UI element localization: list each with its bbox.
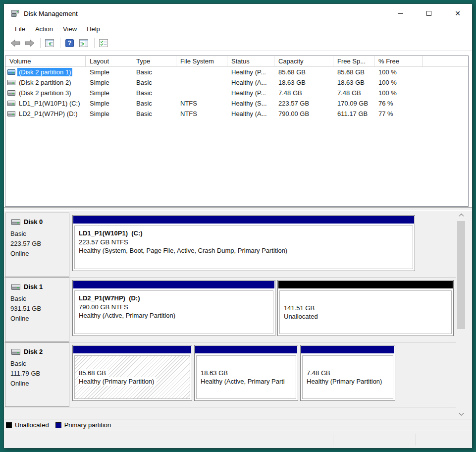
volume-cell: Simple xyxy=(86,98,132,109)
volume-cell-text: 18.63 GB xyxy=(337,79,365,86)
column-header-label: Free Sp... xyxy=(337,57,366,65)
volume-cell-text: NTFS xyxy=(180,100,197,107)
partition-color-strip xyxy=(73,281,274,288)
console-tree-icon xyxy=(45,39,54,47)
partition[interactable]: 18.63 GBHealthy (Active, Primary Parti xyxy=(194,345,298,401)
column-header-type[interactable]: Type xyxy=(132,56,176,66)
forward-button[interactable] xyxy=(23,37,36,49)
volume-cell-text: 18.63 GB xyxy=(278,79,306,86)
partition[interactable]: LD1_P1(W10P1) (C:)223.57 GB NTFSHealthy … xyxy=(72,215,415,271)
column-header-volume[interactable]: Volume xyxy=(5,56,86,66)
volume-cell-text: 100 % xyxy=(378,68,397,76)
vertical-scrollbar[interactable] xyxy=(457,211,466,419)
disk-type: Basic xyxy=(10,229,69,239)
column-header-free-sp[interactable]: Free Sp... xyxy=(333,56,374,66)
menu-view[interactable]: View xyxy=(58,24,82,35)
properties-button[interactable] xyxy=(97,37,110,49)
disk-type: Basic xyxy=(10,359,69,369)
column-header-filler xyxy=(423,56,468,66)
maximize-button[interactable] xyxy=(415,4,443,23)
chevron-up-icon xyxy=(459,214,464,219)
disk-label-disk-2[interactable]: Disk 2Basic111.79 GBOnline xyxy=(5,342,69,407)
help-button[interactable]: ? xyxy=(63,37,76,49)
volume-drive-icon xyxy=(7,111,15,116)
volume-cell: Healthy (A... xyxy=(227,109,274,119)
volume-drive-icon xyxy=(7,90,15,96)
column-header-file-system[interactable]: File System xyxy=(176,56,227,66)
volume-row[interactable]: LD1_P1(W10P1) (C:)SimpleBasicNTFSHealthy… xyxy=(5,98,468,109)
volume-drive-icon xyxy=(7,69,15,75)
show-action-pane-button[interactable] xyxy=(77,37,90,49)
partitions: LD2_P1(W7HP) (D:)790.00 GB NTFSHealthy (… xyxy=(72,278,456,342)
column-header-label: Status xyxy=(231,57,250,65)
volume-cell-text: Basic xyxy=(136,68,152,76)
volume-cell-text: Healthy (A... xyxy=(231,79,267,86)
scrollbar-thumb[interactable] xyxy=(457,221,465,329)
partition-color-strip xyxy=(73,346,191,353)
column-header-free[interactable]: % Free xyxy=(374,56,423,66)
disk-details: Basic223.57 GBOnline xyxy=(10,229,69,259)
volume-cell: 170.09 GB xyxy=(333,98,374,109)
disk-details: Basic931.51 GBOnline xyxy=(10,294,69,324)
volume-cell-text: 76 % xyxy=(378,100,393,107)
partition-info: 18.63 GBHealthy (Active, Primary Parti xyxy=(196,355,296,399)
disk-size: 931.51 GB xyxy=(10,304,69,314)
scroll-up-button[interactable] xyxy=(457,211,466,220)
menu-bar: File Action View Help xyxy=(4,23,472,36)
volume-table-body: (Disk 2 partition 1)SimpleBasicHealthy (… xyxy=(5,67,468,119)
disk-details: Basic111.79 GBOnline xyxy=(10,359,69,389)
volume-cell: 77 % xyxy=(374,109,423,119)
volume-cell-text: Simple xyxy=(90,79,109,86)
disk-size: 223.57 GB xyxy=(10,239,69,249)
back-button[interactable] xyxy=(9,37,22,49)
disk-drive-icon xyxy=(11,349,20,355)
volume-row[interactable]: (Disk 2 partition 2)SimpleBasicHealthy (… xyxy=(5,77,468,88)
partition-info: 7.48 GBHealthy (Primary Partition) xyxy=(302,355,393,399)
volume-cell: 100 % xyxy=(374,88,423,98)
status-bar-separator xyxy=(333,434,333,446)
volume-cell: (Disk 2 partition 2) xyxy=(5,77,86,88)
show-console-tree-button[interactable] xyxy=(43,37,56,49)
partition-color-strip xyxy=(278,281,453,288)
disk-management-app-icon xyxy=(11,9,20,17)
disk-graphical-pane: Disk 0Basic223.57 GBOnlineLD1_P1(W10P1) … xyxy=(4,211,472,419)
volume-name: (Disk 2 partition 2) xyxy=(17,78,72,87)
pane-splitter[interactable] xyxy=(4,207,472,211)
volume-row[interactable]: (Disk 2 partition 1)SimpleBasicHealthy (… xyxy=(5,67,468,77)
partition-status: Healthy (Active, Primary Partition) xyxy=(79,311,273,320)
disk-name-row: Disk 2 xyxy=(10,348,69,355)
menu-action[interactable]: Action xyxy=(30,24,58,35)
menu-help[interactable]: Help xyxy=(82,24,105,35)
volume-cell: Basic xyxy=(132,88,176,98)
scroll-down-button[interactable] xyxy=(457,410,466,419)
forward-arrow-icon xyxy=(25,39,35,47)
partition-size: 790.00 GB NTFS xyxy=(79,303,273,312)
minimize-button[interactable] xyxy=(386,4,415,23)
partition[interactable]: LD2_P1(W7HP) (D:)790.00 GB NTFSHealthy (… xyxy=(72,280,275,336)
disk-status: Online xyxy=(10,314,69,324)
column-header-layout[interactable]: Layout xyxy=(86,56,132,66)
column-header-capacity[interactable]: Capacity xyxy=(274,56,333,66)
volume-cell-text: Simple xyxy=(90,100,109,107)
partition-status: Healthy (Primary Partition) xyxy=(307,377,393,386)
volume-cell: 18.63 GB xyxy=(333,77,374,88)
volume-cell: NTFS xyxy=(176,109,227,119)
column-header-label: Volume xyxy=(9,57,31,65)
partition-size: 7.48 GB xyxy=(307,369,393,378)
menu-file[interactable]: File xyxy=(10,24,30,35)
volume-cell: LD1_P1(W10P1) (C:) xyxy=(5,98,86,109)
partition-unallocated[interactable]: 141.51 GBUnallocated xyxy=(277,280,454,336)
volume-row[interactable]: LD2_P1(W7HP) (D:)SimpleBasicNTFSHealthy … xyxy=(5,109,468,119)
partition[interactable]: 7.48 GBHealthy (Primary Partition) xyxy=(300,345,395,401)
partition[interactable]: 85.68 GBHealthy (Primary Partition) xyxy=(72,345,192,401)
column-header-status[interactable]: Status xyxy=(227,56,274,66)
close-button[interactable]: ✕ xyxy=(443,4,472,23)
partition-title: LD1_P1(W10P1) (C:) xyxy=(79,229,413,238)
volume-row[interactable]: (Disk 2 partition 3)SimpleBasicHealthy (… xyxy=(5,88,468,98)
partition-info: LD2_P1(W7HP) (D:)790.00 GB NTFSHealthy (… xyxy=(74,290,273,334)
disk-label-disk-1[interactable]: Disk 1Basic931.51 GBOnline xyxy=(5,278,69,342)
partition-info: LD1_P1(W10P1) (C:)223.57 GB NTFSHealthy … xyxy=(74,226,413,269)
disk-label-disk-0[interactable]: Disk 0Basic223.57 GBOnline xyxy=(5,213,69,277)
partition-size: 141.51 GB xyxy=(284,304,451,313)
volume-cell: Basic xyxy=(132,98,176,109)
